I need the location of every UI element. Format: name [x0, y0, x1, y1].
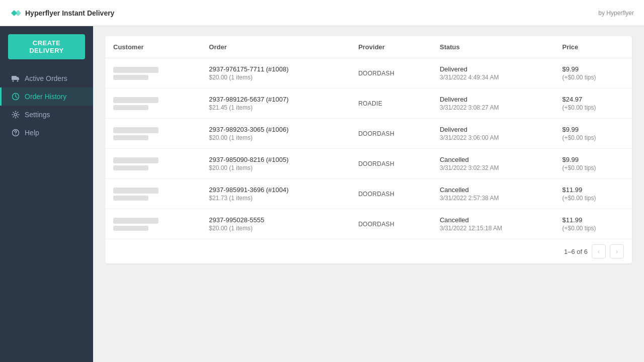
provider-cell: DOORDASH: [350, 179, 432, 209]
truck-icon: [12, 74, 20, 82]
price-cell: $9.99(+$0.00 tips): [554, 58, 632, 88]
create-delivery-button[interactable]: CREATE DELIVERY: [8, 34, 85, 59]
price-cell: $9.99(+$0.00 tips): [554, 119, 632, 149]
svg-point-6: [15, 134, 16, 135]
customer-cell: [105, 149, 201, 179]
price-cell: $11.99(+$0.00 tips): [554, 209, 632, 239]
pagination-label: 1–6 of 6: [564, 248, 588, 255]
table-row[interactable]: 2937-976175-7711 (#1008)$20.00 (1 items)…: [105, 58, 632, 88]
price-cell: $9.99(+$0.00 tips): [554, 149, 632, 179]
sidebar-item-order-history[interactable]: Order History: [0, 87, 93, 106]
table-row[interactable]: 2937-989126-5637 (#1007)$21.45 (1 items)…: [105, 88, 632, 119]
status-cell: Delivered3/31/2022 3:08:27 AM: [432, 88, 554, 119]
question-icon: [12, 129, 20, 137]
customer-cell: [105, 209, 201, 239]
svg-point-4: [15, 114, 17, 116]
sidebar-settings-label: Settings: [25, 111, 50, 119]
col-provider: Provider: [350, 36, 432, 58]
sidebar-active-orders-label: Active Orders: [25, 74, 67, 82]
provider-cell: DOORDASH: [350, 149, 432, 179]
sidebar-help-label: Help: [25, 129, 39, 137]
table-row[interactable]: 2937-995028-5555$20.00 (1 items)DOORDASH…: [105, 209, 632, 239]
order-cell: 2937-976175-7711 (#1008)$20.00 (1 items): [201, 58, 350, 88]
provider-cell: DOORDASH: [350, 119, 432, 149]
order-cell: 2937-995028-5555$20.00 (1 items): [201, 209, 350, 239]
sidebar: CREATE DELIVERY Active Orders Order Hist…: [0, 26, 93, 362]
gear-icon: [12, 111, 20, 119]
pagination: 1–6 of 6 ‹ ›: [105, 239, 632, 263]
topbar-by-text: by Hyperflyer: [598, 10, 634, 17]
customer-cell: [105, 179, 201, 209]
table-row[interactable]: 2937-985991-3696 (#1004)$21.73 (1 items)…: [105, 179, 632, 209]
svg-point-1: [13, 80, 14, 82]
customer-cell: [105, 58, 201, 88]
customer-cell: [105, 88, 201, 119]
orders-table-card: Customer Order Provider Status Price 293…: [105, 36, 632, 263]
main-layout: CREATE DELIVERY Active Orders Order Hist…: [0, 26, 644, 362]
price-cell: $11.99(+$0.00 tips): [554, 179, 632, 209]
logo-icon: [10, 9, 21, 17]
price-cell: $24.97(+$0.00 tips): [554, 88, 632, 119]
clock-icon: [12, 93, 20, 101]
col-price: Price: [554, 36, 632, 58]
status-cell: Cancelled3/31/2022 3:02:32 AM: [432, 149, 554, 179]
col-status: Status: [432, 36, 554, 58]
pagination-next-button[interactable]: ›: [610, 244, 624, 258]
col-customer: Customer: [105, 36, 201, 58]
provider-cell: ROADIE: [350, 88, 432, 119]
status-cell: Cancelled3/31/2022 2:57:38 AM: [432, 179, 554, 209]
provider-cell: DOORDASH: [350, 58, 432, 88]
order-cell: 2937-989126-5637 (#1007)$21.45 (1 items): [201, 88, 350, 119]
order-cell: 2937-989203-3065 (#1006)$20.00 (1 items): [201, 119, 350, 149]
customer-cell: [105, 119, 201, 149]
svg-point-2: [17, 80, 19, 82]
logo: Hyperflyer Instant Delivery: [10, 9, 114, 17]
status-cell: Cancelled3/31/2022 12:15:18 AM: [432, 209, 554, 239]
pagination-prev-button[interactable]: ‹: [592, 244, 606, 258]
content-area: Customer Order Provider Status Price 293…: [93, 26, 644, 362]
order-cell: 2937-985090-8216 (#1005)$20.00 (1 items): [201, 149, 350, 179]
status-cell: Delivered3/31/2022 3:06:00 AM: [432, 119, 554, 149]
svg-rect-0: [12, 76, 17, 80]
sidebar-order-history-label: Order History: [25, 93, 66, 101]
topbar: Hyperflyer Instant Delivery by Hyperflye…: [0, 0, 644, 26]
order-cell: 2937-985991-3696 (#1004)$21.73 (1 items): [201, 179, 350, 209]
sidebar-item-help[interactable]: Help: [0, 124, 93, 142]
status-cell: Delivered3/31/2022 4:49:34 AM: [432, 58, 554, 88]
table-row[interactable]: 2937-989203-3065 (#1006)$20.00 (1 items)…: [105, 119, 632, 149]
orders-table: Customer Order Provider Status Price 293…: [105, 36, 632, 239]
table-row[interactable]: 2937-985090-8216 (#1005)$20.00 (1 items)…: [105, 149, 632, 179]
sidebar-item-settings[interactable]: Settings: [0, 106, 93, 124]
col-order: Order: [201, 36, 350, 58]
provider-cell: DOORDASH: [350, 209, 432, 239]
sidebar-item-active-orders[interactable]: Active Orders: [0, 69, 93, 87]
